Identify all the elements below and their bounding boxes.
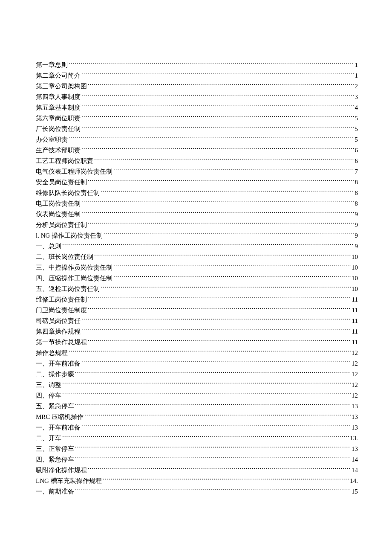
- toc-entry: 一、前期准备15: [36, 486, 358, 497]
- toc-entry: 第一节操作总规程11: [36, 337, 358, 348]
- toc-leader-dots: [75, 445, 351, 451]
- toc-leader-dots: [75, 402, 351, 408]
- toc-page-number: 9: [355, 230, 358, 241]
- toc-page-number: 5: [355, 134, 358, 145]
- toc-page-number: 7: [355, 166, 358, 177]
- toc-entry: 门卫岗位责任制度11: [36, 305, 358, 316]
- toc-title: LNG 槽车充装操作规程: [36, 476, 102, 486]
- toc-leader-dots: [88, 82, 354, 88]
- toc-entry: 三、正常停车13: [36, 444, 358, 454]
- toc-title: 生产技术部职责: [36, 145, 81, 156]
- toc-title: 第一章总则: [36, 60, 68, 70]
- toc-title: 分析员岗位责任制: [36, 220, 87, 230]
- toc-entry: 四、紧急停车14: [36, 454, 358, 465]
- toc-entry: 安全员岗位责任制8: [36, 177, 358, 188]
- toc-page-number: 12: [352, 369, 358, 380]
- toc-title: MRC 压缩机操作: [36, 412, 84, 422]
- toc-title: 办公室职责: [36, 134, 68, 145]
- toc-leader-dots: [69, 61, 354, 67]
- toc-entry: 分析员岗位责任制9: [36, 220, 358, 230]
- toc-page-number: 2: [355, 81, 358, 92]
- toc-leader-dots: [88, 306, 351, 312]
- toc-entry: 二、班长岗位责任制10: [36, 252, 358, 262]
- toc-title: 第三章公司架构图: [36, 81, 87, 92]
- toc-title: 操作总规程: [36, 348, 68, 358]
- toc-entry: 一、总则9: [36, 241, 358, 252]
- toc-entry: 第三章公司架构图2: [36, 81, 358, 92]
- toc-page-number: 12: [352, 390, 358, 401]
- toc-page-number: 10: [352, 284, 358, 294]
- toc-title: l. NG 操作工岗位责任制: [36, 230, 103, 241]
- toc-page-number: 8: [355, 177, 358, 188]
- toc-page-number: 1: [355, 70, 358, 81]
- toc-leader-dots: [81, 93, 354, 99]
- toc-entry: 第一章总则1: [36, 60, 358, 70]
- toc-page-number: 6: [355, 145, 358, 156]
- toc-page-number: 14: [352, 465, 358, 476]
- toc-entry: 五、巡检工岗位责任制10: [36, 284, 358, 294]
- toc-title: 四、压缩操作工岗位责任制: [36, 273, 112, 284]
- toc-leader-dots: [88, 338, 351, 344]
- toc-title: 二、班长岗位责任制: [36, 252, 93, 262]
- toc-entry: l. NG 操作工岗位责任制9: [36, 230, 358, 241]
- toc-page-number: 13: [352, 401, 358, 412]
- toc-page-number: 14.: [350, 476, 358, 486]
- toc-page-number: 11: [352, 305, 358, 316]
- toc-page-number: 11: [352, 294, 358, 305]
- toc-title: 四、紧急停车: [36, 454, 74, 465]
- toc-page-number: 10: [352, 252, 358, 262]
- toc-leader-dots: [62, 434, 349, 440]
- toc-title: 二、开车: [36, 433, 61, 444]
- toc-title: 电工岗位责任制: [36, 198, 81, 209]
- toc-entry: 电气仪表工程师岗位责任制7: [36, 166, 358, 177]
- toc-page-number: 15: [352, 486, 358, 497]
- toc-leader-dots: [81, 125, 354, 131]
- toc-leader-dots: [62, 381, 351, 387]
- toc-title: 第二章公司简介: [36, 70, 81, 81]
- toc-leader-dots: [81, 210, 354, 216]
- toc-leader-dots: [81, 114, 354, 120]
- toc-entry: 二、开车13.: [36, 433, 358, 444]
- toc-page-number: 9: [355, 209, 358, 220]
- toc-page-number: 12: [352, 358, 358, 369]
- toc-leader-dots: [88, 466, 351, 472]
- toc-entry: MRC 压缩机操作13: [36, 412, 358, 422]
- toc-page-number: 14: [352, 454, 358, 465]
- toc-title: 吸附净化操作规程: [36, 465, 87, 476]
- toc-title: 电气仪表工程师岗位责任制: [36, 166, 112, 177]
- toc-leader-dots: [75, 455, 351, 462]
- toc-title: 三、正常停车: [36, 444, 74, 454]
- toc-title: 工艺工程师岗位职责: [36, 156, 93, 166]
- toc-title: 仪表岗位责任制: [36, 209, 81, 220]
- toc-title: 第四章人事制度: [36, 92, 81, 102]
- toc-entry: 三、中控操作员岗位责任制10: [36, 262, 358, 273]
- toc-entry: 一、开车前准备13: [36, 422, 358, 433]
- toc-entry: 二、操作步骤12: [36, 369, 358, 380]
- toc-entry: 一、开车前准备12: [36, 358, 358, 369]
- toc-entry: 维修队队长岗位责任制8: [36, 188, 358, 198]
- toc-entry: 第四章操作规程11: [36, 326, 358, 337]
- toc-title: 安全员岗位责任制: [36, 177, 87, 188]
- toc-page-number: 5: [355, 124, 358, 134]
- toc-page-number: 8: [355, 198, 358, 209]
- toc-page-number: 11: [352, 337, 358, 348]
- toc-leader-dots: [84, 413, 351, 419]
- toc-page-number: 13: [352, 444, 358, 454]
- toc-leader-dots: [81, 423, 351, 430]
- toc-entry: 三、调整12: [36, 380, 358, 390]
- toc-title: 一、总则: [36, 241, 61, 252]
- toc-title: 第五章基本制度: [36, 102, 81, 113]
- toc-page-number: 13: [352, 422, 358, 433]
- toc-title: 维修队队长岗位责任制: [36, 188, 100, 198]
- toc-leader-dots: [81, 359, 351, 366]
- toc-entry: 仪表岗位责任制9: [36, 209, 358, 220]
- toc-leader-dots: [62, 242, 354, 248]
- toc-page-number: 6: [355, 156, 358, 166]
- toc-leader-dots: [88, 295, 351, 302]
- toc-title: 门卫岗位责任制度: [36, 305, 87, 316]
- toc-leader-dots: [104, 231, 354, 238]
- toc-leader-dots: [103, 477, 349, 483]
- toc-entry: LNG 槽车充装操作规程14.: [36, 476, 358, 486]
- toc-page-number: 4: [355, 102, 358, 113]
- toc-page-number: 11: [352, 316, 358, 326]
